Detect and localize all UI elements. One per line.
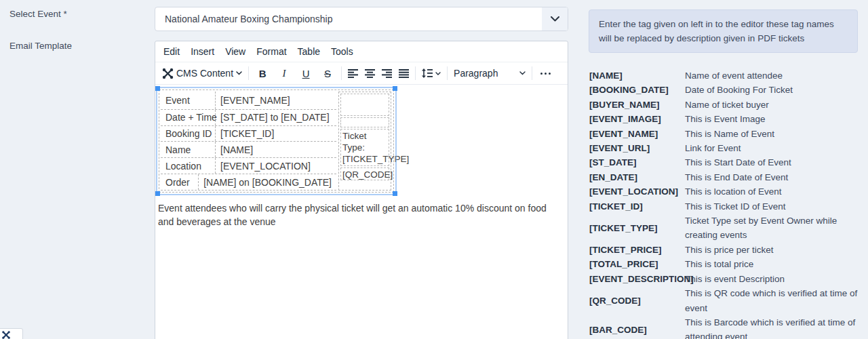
toolbar-separator: [447, 66, 448, 80]
paragraph-style-label: Paragraph: [454, 68, 498, 79]
tag-description: This is Start Date of Event: [685, 155, 867, 170]
email-template-editor: Edit Insert View Format Table Tools: [155, 41, 568, 339]
tag-description: This is event Description: [685, 272, 867, 286]
toolbar-separator: [532, 66, 532, 80]
side-cell-empty-paragraph[interactable]: [340, 117, 389, 127]
table-cell-label[interactable]: Order: [161, 174, 199, 190]
tags-help-note: Enter the tag given on left in to the ed…: [589, 9, 858, 53]
justify-icon[interactable]: [395, 64, 412, 82]
paragraph-style-select[interactable]: Paragraph: [450, 64, 529, 82]
editor-menu-item[interactable]: Edit: [159, 44, 184, 59]
editor-menu-item[interactable]: Table: [294, 44, 324, 59]
table-side-cell[interactable]: Ticket Type: [TICKET_TYPE] [QR_CODE]: [338, 92, 391, 191]
table-cell-value[interactable]: [EVENT_NAME]: [216, 92, 336, 109]
tag-name: [TICKET_PRICE]: [589, 243, 685, 257]
table-cell-label[interactable]: Location: [161, 158, 216, 174]
ticket-template-table[interactable]: Event [EVENT_NAME] Date + Time [ST_DATE]…: [159, 89, 394, 193]
more-toolbar-items-icon[interactable]: [535, 64, 556, 82]
tag-description: This is End Date of Event: [685, 170, 867, 184]
table-row: Date + Time [ST_DATE] to [EN_DATE]: [161, 110, 336, 126]
editor-menu-item[interactable]: View: [221, 44, 250, 59]
event-select[interactable]: National Amateur Boxing Championship: [155, 7, 568, 31]
table-resize-handle[interactable]: [155, 191, 160, 196]
table-cell-label[interactable]: Name: [161, 142, 216, 157]
table-row: Name [NAME]: [161, 142, 336, 158]
table-row: Event [EVENT_NAME]: [161, 92, 336, 110]
tag-reference-row: [ST_DATE] This is Start Date of Event: [589, 155, 867, 170]
align-left-icon[interactable]: [344, 64, 361, 82]
editor-content-area[interactable]: Event [EVENT_NAME] Date + Time [ST_DATE]…: [155, 85, 568, 231]
align-right-icon[interactable]: [378, 64, 395, 82]
tag-reference-row: [EVENT_LOCATION] This is location of Eve…: [589, 184, 867, 199]
tag-description: This is price per ticket: [685, 243, 867, 257]
strikethrough-icon[interactable]: S: [317, 64, 338, 82]
side-cell-empty-paragraph[interactable]: [340, 94, 389, 116]
table-cell-label[interactable]: Date + Time: [161, 110, 216, 125]
corner-widget: [0, 328, 23, 339]
tag-description: Ticket Type set by Event Owner while cre…: [685, 214, 867, 243]
tag-description: This is QR code which is verified at tim…: [685, 286, 867, 315]
cms-content-button[interactable]: CMS Content: [159, 64, 245, 82]
tag-name: [EVENT_NAME]: [589, 127, 685, 141]
chevron-down-icon: [435, 72, 441, 75]
table-resize-handle[interactable]: [393, 191, 397, 196]
tag-reference-row: [TICKET_PRICE] This is price per ticket: [589, 243, 867, 257]
tag-reference-list: [NAME] Name of event attendee [BOOKING_D…: [589, 68, 867, 339]
bold-icon[interactable]: B: [252, 64, 273, 82]
table-cell-value[interactable]: [EVENT_LOCATION]: [216, 158, 336, 174]
table-row: Booking ID [TICKET_ID]: [161, 126, 336, 142]
tag-reference-row: [NAME] Name of event attendee: [589, 68, 867, 83]
table-cell-label[interactable]: Event: [161, 92, 216, 109]
tag-reference-row: [EVENT_DESCRIPTION] This is event Descri…: [589, 272, 867, 286]
cms-content-label: CMS Content: [176, 68, 233, 79]
tag-name: [TOTAL_PRICE]: [589, 257, 685, 271]
tag-description: This is Name of Event: [685, 127, 867, 141]
tag-reference-row: [EVENT_NAME] This is Name of Event: [589, 127, 867, 141]
table-resize-handle[interactable]: [155, 86, 160, 91]
tag-name: [TICKET_ID]: [589, 199, 685, 214]
table-resize-handle[interactable]: [393, 86, 397, 91]
italic-icon[interactable]: I: [273, 64, 295, 82]
line-height-icon: [422, 68, 433, 78]
tag-reference-row: [BOOKING_DATE] Date of Booking For Ticke…: [589, 83, 867, 97]
tag-reference-row: [EN_DATE] This is End Date of Event: [589, 170, 867, 184]
table-row: Location [EVENT_LOCATION]: [161, 158, 336, 174]
tag-reference-row: [TOTAL_PRICE] This is total price: [589, 257, 867, 271]
tag-name: [BOOKING_DATE]: [589, 83, 685, 97]
editor-menu-item[interactable]: Format: [252, 44, 290, 59]
table-cell-value[interactable]: [ST_DATE] to [EN_DATE]: [216, 110, 336, 125]
tag-reference-row: [QR_CODE] This is QR code which is verif…: [589, 286, 867, 315]
tag-name: [TICKET_TYPE]: [589, 221, 685, 235]
editor-body-paragraph[interactable]: Event attendees who will carry the physi…: [158, 201, 559, 228]
tag-name: [NAME]: [589, 68, 685, 83]
editor-menu-item[interactable]: Tools: [327, 44, 357, 59]
tag-name: [EVENT_URL]: [589, 141, 685, 155]
underline-icon[interactable]: U: [295, 64, 317, 82]
editor-menu-item[interactable]: Insert: [186, 44, 218, 59]
table-row: Order [NAME] on [BOOKING_DATE]: [161, 174, 336, 191]
toolbar-separator: [415, 66, 416, 80]
tag-name: [EN_DATE]: [589, 170, 685, 184]
ticket-type-heading: Ticket Type:: [342, 130, 387, 153]
joomla-icon: [162, 68, 174, 79]
qr-code-cell[interactable]: [QR_CODE]: [340, 167, 389, 180]
joomla-badge-icon: [0, 331, 10, 339]
table-cell-value[interactable]: [NAME] on [BOOKING_DATE]: [199, 174, 336, 190]
line-height-button[interactable]: [418, 64, 444, 82]
tag-reference-row: [TICKET_TYPE] Ticket Type set by Event O…: [589, 214, 867, 243]
tag-name: [BUYER_NAME]: [589, 98, 685, 112]
ticket-type-cell[interactable]: Ticket Type: [TICKET_TYPE]: [340, 129, 389, 166]
tag-description: This is location of Event: [685, 184, 867, 199]
table-cell-value[interactable]: [NAME]: [216, 142, 336, 157]
event-select-caret[interactable]: [542, 7, 568, 31]
select-event-label: Select Event *: [9, 9, 67, 19]
chevron-down-icon: [236, 71, 242, 75]
tag-reference-row: [TICKET_ID] This is Ticket ID of Event: [589, 199, 867, 214]
tag-description: Link for Event: [685, 141, 867, 155]
align-center-icon[interactable]: [361, 64, 378, 82]
table-cell-label[interactable]: Booking ID: [161, 126, 216, 142]
table-cell-value[interactable]: [TICKET_ID]: [216, 126, 336, 142]
tag-description: This is Event Image: [685, 112, 867, 126]
side-cell-filler: [340, 182, 389, 188]
chevron-down-icon: [519, 71, 526, 75]
